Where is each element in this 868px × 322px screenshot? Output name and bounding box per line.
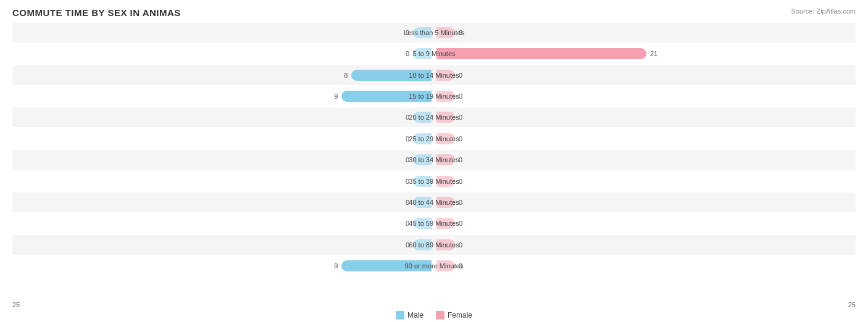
female-value: 0	[459, 29, 471, 36]
female-value: 0	[459, 178, 471, 185]
male-value: 0	[397, 29, 409, 36]
male-section: 0	[12, 235, 434, 255]
legend: Male Female	[12, 311, 856, 320]
female-section: 0	[434, 192, 856, 212]
male-bar	[413, 176, 432, 187]
table-row: 030 to 34 Minutes0	[12, 150, 856, 170]
female-bar	[436, 176, 455, 187]
female-bar	[436, 48, 646, 59]
source-label: Source: ZipAtlas.com	[791, 7, 856, 15]
male-section: 0	[12, 44, 434, 64]
table-row: 915 to 19 Minutes0	[12, 86, 856, 106]
axis-right: 25	[848, 301, 856, 308]
female-bar	[436, 70, 455, 81]
male-value: 0	[397, 114, 409, 121]
female-value: 0	[459, 199, 471, 206]
male-section: 0	[12, 150, 434, 170]
female-value: 0	[459, 72, 471, 79]
male-value: 0	[397, 241, 409, 249]
female-bar	[436, 27, 455, 38]
table-row: 045 to 59 Minutes0	[12, 213, 856, 233]
table-row: 020 to 24 Minutes0	[12, 107, 856, 127]
female-bar	[436, 239, 455, 250]
male-bar	[413, 197, 432, 208]
table-row: 0Less than 5 Minutes0	[12, 23, 856, 43]
male-value: 0	[397, 50, 409, 57]
male-section: 8	[12, 65, 434, 85]
table-row: 040 to 44 Minutes0	[12, 192, 856, 212]
chart-title: COMMUTE TIME BY SEX IN ANIMAS	[12, 7, 856, 18]
table-row: 060 to 89 Minutes0	[12, 235, 856, 255]
female-value: 0	[459, 135, 471, 142]
female-section: 0	[434, 213, 856, 233]
female-bar	[436, 218, 455, 229]
male-bar	[341, 260, 432, 271]
female-section: 0	[434, 150, 856, 170]
male-bar	[413, 218, 432, 229]
bottom-section: 25 25 Male Female	[12, 299, 856, 320]
male-value: 0	[397, 156, 409, 163]
male-section: 0	[12, 107, 434, 127]
female-bar	[436, 133, 455, 144]
male-section: 0	[12, 213, 434, 233]
male-bar	[341, 91, 432, 102]
female-section: 0	[434, 107, 856, 127]
axis-labels: 25 25	[12, 301, 856, 308]
male-value: 9	[325, 93, 338, 100]
male-value: 0	[397, 199, 409, 206]
chart-container: COMMUTE TIME BY SEX IN ANIMAS Source: Zi…	[0, 0, 868, 322]
legend-male: Male	[396, 311, 424, 320]
legend-male-box	[396, 311, 404, 320]
male-value: 0	[397, 220, 409, 227]
male-bar	[351, 70, 432, 81]
female-value: 21	[650, 50, 662, 57]
legend-male-label: Male	[407, 311, 424, 320]
male-section: 0	[12, 23, 434, 43]
male-value: 9	[325, 262, 338, 270]
female-value: 0	[459, 93, 471, 100]
female-bar	[436, 260, 455, 271]
female-value: 0	[459, 156, 471, 163]
male-bar	[413, 112, 432, 123]
axis-left: 25	[12, 301, 20, 308]
male-section: 9	[12, 256, 434, 276]
female-bar	[436, 91, 455, 102]
female-section: 0	[434, 23, 856, 43]
male-bar	[413, 27, 432, 38]
table-row: 025 to 29 Minutes0	[12, 129, 856, 149]
male-section: 0	[12, 192, 434, 212]
female-section: 0	[434, 256, 856, 276]
female-section: 0	[434, 129, 856, 149]
legend-female-box	[436, 311, 444, 320]
female-section: 0	[434, 65, 856, 85]
male-bar	[413, 154, 432, 165]
male-bar	[413, 133, 432, 144]
male-value: 8	[335, 72, 348, 79]
table-row: 990 or more Minutes0	[12, 256, 856, 276]
female-section: 21	[434, 44, 856, 64]
female-bar	[436, 112, 455, 123]
male-section: 9	[12, 86, 434, 106]
female-section: 0	[434, 235, 856, 255]
male-value: 0	[397, 135, 409, 142]
legend-female-label: Female	[448, 311, 472, 320]
female-value: 0	[459, 220, 471, 227]
male-bar	[413, 48, 432, 59]
table-row: 05 to 9 Minutes21	[12, 44, 856, 64]
female-section: 0	[434, 171, 856, 191]
female-bar	[436, 197, 455, 208]
female-value: 0	[459, 241, 471, 249]
female-section: 0	[434, 86, 856, 106]
legend-female: Female	[436, 311, 472, 320]
table-row: 035 to 39 Minutes0	[12, 171, 856, 191]
male-bar	[413, 239, 432, 250]
female-bar	[436, 154, 455, 165]
table-row: 810 to 14 Minutes0	[12, 65, 856, 85]
male-section: 0	[12, 171, 434, 191]
female-value: 0	[459, 262, 471, 270]
male-section: 0	[12, 129, 434, 149]
male-value: 0	[397, 178, 409, 185]
female-value: 0	[459, 114, 471, 121]
chart-area: 0Less than 5 Minutes005 to 9 Minutes2181…	[12, 23, 856, 276]
